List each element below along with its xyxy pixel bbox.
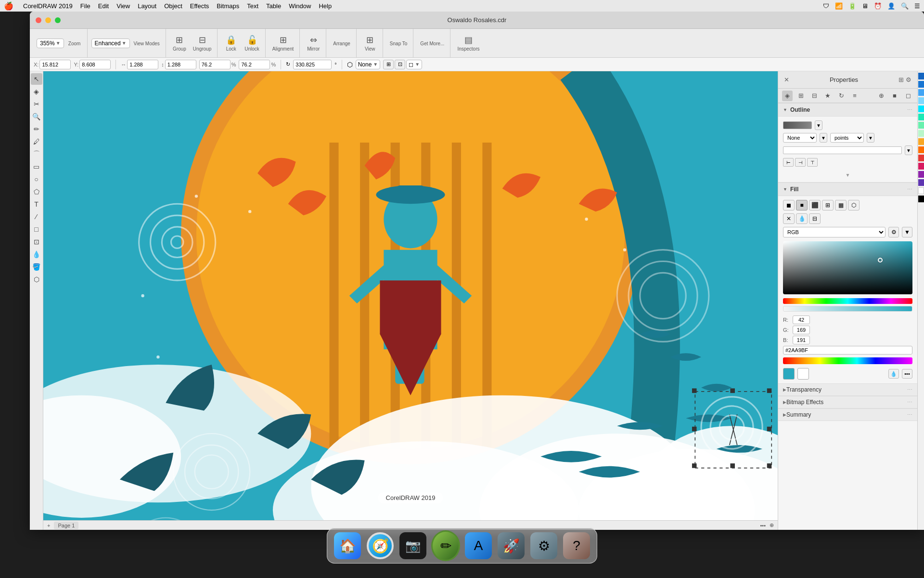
fill-eyedropper-small[interactable]: 💧 [888, 369, 899, 379]
swatch-blue-light[interactable] [918, 89, 924, 96]
viewmodes-btn[interactable]: View Modes [131, 31, 163, 56]
x-input[interactable] [39, 60, 71, 69]
outline-type-select[interactable]: None [783, 133, 817, 143]
color-tool[interactable]: ⬡ [31, 274, 42, 285]
menu-edit[interactable]: Edit [98, 2, 109, 10]
inspectors-button[interactable]: ▤ Inspectors [454, 31, 482, 56]
close-button[interactable] [36, 17, 41, 23]
panel-close-btn[interactable]: ✕ [784, 76, 789, 83]
fill-section-header[interactable]: ▼ Fill ⋯ [778, 183, 917, 196]
hex-input[interactable]: #2AA9BF [783, 346, 912, 355]
rectangle-tool[interactable]: ▭ [31, 161, 42, 172]
outline-dash-preview[interactable] [783, 146, 902, 154]
panel-settings-icon[interactable]: ⚙ [906, 76, 911, 83]
fill-eyedrop-btn[interactable]: 💧 [796, 213, 808, 224]
canvas-area[interactable]: CorelDRAW 2019 + Page 1 ••• ⊕ [43, 71, 778, 530]
menu-help[interactable]: Help [319, 2, 332, 10]
h-pct-input[interactable] [239, 60, 270, 69]
outline-collapse-btn[interactable]: ▼ [783, 170, 912, 178]
outline-unit-dropdown[interactable]: ▼ [867, 133, 874, 143]
rotation-input[interactable] [293, 60, 332, 69]
getmore-button[interactable]: Get More... [417, 31, 447, 56]
fill-more-options[interactable]: ••• [902, 369, 912, 379]
swatch-pink[interactable] [918, 163, 924, 170]
h-input[interactable] [165, 60, 196, 69]
page-1-tab[interactable]: Page 1 [54, 522, 78, 529]
outline-color-preview[interactable] [783, 121, 812, 129]
bitmap-effects-options[interactable]: ⋯ [907, 399, 912, 406]
color-settings-btn[interactable]: ⚙ [888, 227, 899, 237]
w-pct-input[interactable] [199, 60, 231, 69]
snapto-button[interactable]: Snap To [387, 31, 411, 56]
fill-dropdown[interactable]: None ▼ [356, 60, 381, 69]
outline-dash-dropdown[interactable]: ▼ [905, 145, 912, 155]
summary-section[interactable]: ▶ Summary ⋯ [778, 409, 917, 421]
outline-dropdown[interactable]: ◻ ▼ [406, 60, 422, 69]
swatch-green[interactable] [918, 122, 924, 129]
w-input[interactable] [127, 60, 158, 69]
color-picker-cursor[interactable] [878, 258, 883, 263]
maximize-button[interactable] [55, 17, 61, 23]
swatch-blue-dark[interactable] [918, 73, 924, 79]
fill-color-swatch[interactable] [783, 368, 795, 380]
viewmode-dropdown[interactable]: Enhanced ▼ [91, 39, 130, 48]
menu-view[interactable]: View [116, 2, 130, 10]
node-tool[interactable]: ◈ [31, 86, 42, 97]
apple-menu[interactable]: 🍎 [4, 1, 13, 11]
group-button[interactable]: ⊞ Group [170, 31, 189, 56]
ellipse-tool[interactable]: ○ [31, 173, 42, 185]
g-input[interactable]: 169 [793, 326, 810, 334]
b-input[interactable]: 191 [793, 336, 810, 344]
swatch-green-light[interactable] [918, 130, 924, 137]
fill-solid-btn[interactable]: ■ [796, 200, 808, 210]
fill-copy-btn[interactable]: ⊡ [395, 60, 405, 69]
outline-align-center[interactable]: ⊣ [795, 158, 806, 167]
y-input[interactable] [79, 60, 111, 69]
lock-button[interactable]: 🔒 Lock [221, 31, 241, 56]
panel-tab-wrap[interactable]: ≡ [849, 91, 860, 101]
outline-section-header[interactable]: ▼ Outline ⋯ [778, 103, 917, 117]
add-page-icon[interactable]: + [47, 523, 50, 528]
alignment-button[interactable]: ⊞ Alignment [270, 31, 296, 56]
nav-icon[interactable]: ⊕ [770, 522, 774, 528]
fill-texture-btn[interactable]: ▦ [835, 200, 847, 210]
transparency-section[interactable]: ▶ Transparency ⋯ [778, 384, 917, 396]
fill-gradient-btn[interactable]: ⬛ [809, 200, 821, 210]
menu-effects[interactable]: Effects [190, 2, 209, 10]
dock-unknown[interactable]: ? [562, 531, 591, 560]
dock-coreldraw[interactable]: ✏ [431, 531, 460, 560]
swatch-black[interactable] [918, 196, 924, 202]
search-icon[interactable]: 🔍 [901, 2, 909, 10]
swatch-orange[interactable] [918, 146, 924, 153]
outline-align-right[interactable]: ⊤ [807, 158, 818, 167]
fill-mesh-btn[interactable]: ⊟ [809, 213, 821, 224]
swatch-violet[interactable] [918, 179, 924, 186]
notification-icon[interactable]: ☰ [914, 2, 920, 10]
outline-options-icon[interactable]: ⋯ [907, 107, 912, 113]
transparency-tool[interactable]: ⊡ [31, 236, 42, 248]
menu-coreldraw[interactable]: CorelDRAW 2019 [23, 2, 73, 10]
zoom-dropdown[interactable]: 355% ▼ [37, 39, 64, 48]
color-model-select[interactable]: RGB CMYK HSB [783, 227, 886, 237]
zoom-btn[interactable]: Zoom [65, 31, 84, 56]
swatch-yellow[interactable] [918, 138, 924, 145]
outline-unit-select[interactable]: points [830, 133, 864, 143]
shadow-tool[interactable]: □ [31, 223, 42, 235]
panel-tab-appearance[interactable]: ◈ [782, 91, 793, 101]
panel-tab-layout[interactable]: ⊟ [809, 91, 820, 101]
opacity-slider[interactable] [783, 306, 912, 312]
panel-fill-square-icon[interactable]: ■ [889, 91, 900, 101]
menu-table[interactable]: Table [266, 2, 281, 10]
view-button[interactable]: ⊞ View [360, 31, 380, 56]
hue-slider[interactable] [783, 298, 912, 304]
dock-sysprefs[interactable]: ⚙ [529, 531, 558, 560]
summary-options[interactable]: ⋯ [907, 412, 912, 418]
fill-no-fill-btn[interactable]: ✕ [783, 213, 795, 224]
dock-screencapture[interactable]: 📷 [398, 531, 427, 560]
panel-expand-icon[interactable]: ⊞ [898, 76, 904, 83]
arrange-button[interactable]: Arrange [330, 31, 353, 56]
swatch-white[interactable] [918, 187, 924, 194]
menu-object[interactable]: Object [164, 2, 182, 10]
unlock-button[interactable]: 🔓 Unlock [242, 31, 262, 56]
zoom-tool[interactable]: 🔍 [31, 111, 42, 122]
